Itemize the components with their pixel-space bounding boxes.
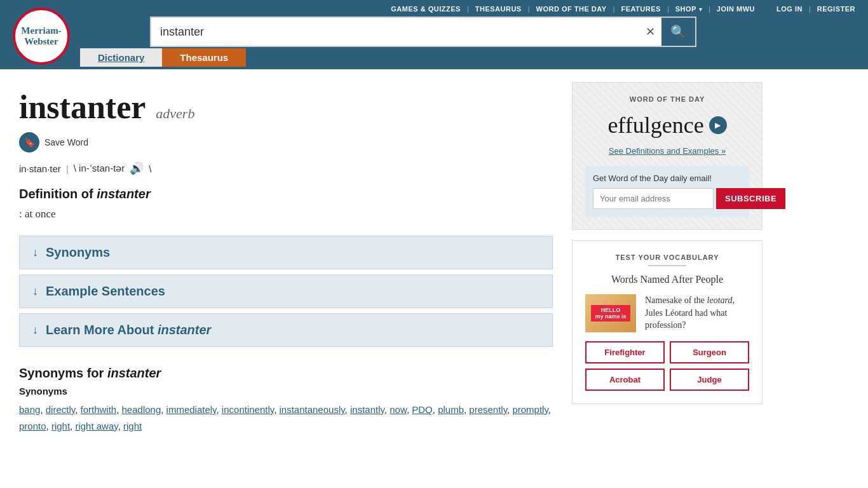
learn-more-collapsible[interactable]: ↓ Learn More About instanter — [19, 313, 553, 347]
nav-wotd[interactable]: WORD OF THE DAY — [536, 5, 607, 13]
synonym-link[interactable]: now — [390, 404, 407, 415]
wotd-subscribe-button[interactable]: SUBSCRIBE — [716, 188, 785, 209]
search-tabs-area: ✕ 🔍 Dictionary Thesaurus — [80, 17, 855, 67]
nav-features[interactable]: FEATURES — [621, 5, 660, 13]
search-clear-button[interactable]: ✕ — [639, 20, 661, 44]
save-word-area: 🔖 Save Word — [19, 132, 553, 152]
syllables: in·stan·ter — [19, 163, 61, 174]
synonyms-list: bang, directly, forthwith, headlong, imm… — [19, 402, 553, 434]
synonym-link[interactable]: headlong — [122, 404, 161, 415]
save-word-button[interactable]: 🔖 — [19, 132, 39, 152]
nav-join[interactable]: JOIN MWU — [717, 5, 755, 13]
synonym-link[interactable]: presently — [469, 404, 507, 415]
word-title: instanter — [19, 88, 146, 126]
wotd-audio-button[interactable]: ▶ — [709, 116, 727, 134]
nav-thesaurus[interactable]: THESAURUS — [475, 5, 522, 13]
word-pos: adverb — [156, 105, 194, 122]
synonym-link[interactable]: bang — [19, 404, 40, 415]
vocab-box: TEST YOUR VOCABULARY Words Named After P… — [572, 240, 763, 404]
vocab-question: Namesake of the leotard, Jules Léotard h… — [645, 294, 749, 332]
synonym-link[interactable]: instantly — [350, 404, 384, 415]
wotd-email-label: Get Word of the Day daily email! — [593, 173, 742, 183]
search-row: ✕ 🔍 — [80, 17, 855, 47]
learn-more-label: Learn More About instanter — [46, 323, 211, 337]
synonym-link[interactable]: promptly — [512, 404, 548, 415]
vocab-underline — [648, 265, 686, 266]
bookmark-icon: 🔖 — [24, 137, 35, 148]
logo-text: Merriam-Webster — [21, 25, 61, 46]
wotd-definitions-link[interactable]: See Definitions and Examples » — [585, 146, 749, 156]
wotd-label: WORD OF THE DAY — [585, 95, 749, 103]
vocab-img-inner: HELLOmy name is — [585, 294, 636, 332]
learn-more-arrow-icon: ↓ — [32, 323, 38, 337]
vocab-subtitle: Words Named After People — [585, 274, 749, 285]
vocab-answer-button[interactable]: Acrobat — [585, 369, 665, 391]
synonym-link[interactable]: instantaneously — [279, 404, 344, 415]
header-top: Merriam-Webster GAMES & QUIZZES | THESAU… — [0, 0, 868, 69]
search-input[interactable] — [151, 19, 639, 45]
synonym-link[interactable]: PDQ — [412, 404, 433, 415]
synonym-separator: , — [161, 404, 166, 415]
synonym-link[interactable]: right — [51, 421, 70, 431]
tab-dictionary[interactable]: Dictionary — [80, 48, 162, 67]
pron-divider: | — [66, 163, 69, 174]
example-sentences-label: Example Sentences — [46, 284, 165, 299]
wotd-word: effulgence — [607, 112, 703, 139]
synonyms-section-heading: Synonyms for instanter — [19, 366, 553, 381]
logo[interactable]: Merriam-Webster — [13, 8, 70, 65]
pronunciation-area: in·stan·ter | \ in-ˈstan-tər 🔊 \ — [19, 161, 553, 175]
nav-sep-1: | — [467, 5, 469, 13]
synonym-link[interactable]: pronto — [19, 421, 46, 431]
search-submit-button[interactable]: 🔍 — [661, 18, 695, 46]
top-nav: GAMES & QUIZZES | THESAURUS | WORD OF TH… — [80, 5, 855, 13]
synonym-link[interactable]: immediately — [166, 404, 217, 415]
synonym-link[interactable]: plumb — [438, 404, 464, 415]
nav-shop[interactable]: SHOP — [675, 5, 696, 13]
synonym-link[interactable]: forthwith — [80, 404, 116, 415]
synonym-separator: , — [407, 404, 412, 415]
pron-backslash: \ — [149, 163, 151, 174]
wotd-email-input[interactable] — [593, 188, 714, 209]
header: Merriam-Webster GAMES & QUIZZES | THESAU… — [0, 0, 868, 69]
synonyms-arrow-icon: ↓ — [32, 246, 38, 259]
speaker-icon: 🔊 — [130, 162, 144, 175]
nav-login[interactable]: LOG IN — [776, 5, 803, 13]
nav-games[interactable]: GAMES & QUIZZES — [391, 5, 461, 13]
search-icon: 🔍 — [670, 25, 686, 39]
definition-heading: Definition of instanter — [19, 187, 553, 201]
synonym-separator: , — [46, 421, 51, 431]
synonym-separator: , — [118, 421, 123, 431]
word-heading: instanter adverb — [19, 88, 553, 126]
definition-word-italic: instanter — [97, 187, 150, 201]
synonyms-collapsible-label: Synonyms — [46, 245, 110, 260]
tab-row: Dictionary Thesaurus — [80, 48, 855, 67]
example-sentences-collapsible[interactable]: ↓ Example Sentences — [19, 274, 553, 308]
synonym-separator: , — [217, 404, 222, 415]
sidebar: WORD OF THE DAY effulgence ▶ See Definit… — [572, 82, 763, 434]
nav-register[interactable]: REGISTER — [817, 5, 855, 13]
synonyms-collapsible[interactable]: ↓ Synonyms — [19, 236, 553, 269]
vocab-answer-button[interactable]: Firefighter — [585, 341, 665, 363]
vocab-answer-button[interactable]: Surgeon — [670, 341, 749, 363]
wotd-speaker-icon: ▶ — [715, 121, 721, 130]
wotd-email-row: SUBSCRIBE — [593, 188, 742, 209]
definition-text: : at once — [19, 208, 553, 220]
audio-button[interactable]: 🔊 — [130, 161, 144, 175]
tab-thesaurus[interactable]: Thesaurus — [162, 48, 246, 67]
nav-shop-area: SHOP ▾ — [675, 5, 702, 13]
synonym-link[interactable]: right away — [75, 421, 118, 431]
synonym-link[interactable]: right — [123, 421, 142, 431]
vocab-answer-button[interactable]: Judge — [670, 369, 749, 391]
synonym-separator: , — [345, 404, 350, 415]
save-word-label: Save Word — [44, 137, 88, 147]
synonym-separator: , — [384, 404, 390, 415]
synonym-separator: , — [548, 404, 551, 415]
vocab-italic-word: leotard — [707, 295, 733, 305]
nav-sep-3: | — [613, 5, 615, 13]
synonyms-section: Synonyms for instanter Synonyms bang, di… — [19, 366, 553, 434]
synonym-separator: , — [116, 404, 121, 415]
synonym-link[interactable]: incontinently — [222, 404, 274, 415]
synonym-link[interactable]: directly — [46, 404, 75, 415]
wotd-email-area: Get Word of the Day daily email! SUBSCRI… — [585, 166, 749, 217]
nav-sep-4: | — [667, 5, 669, 13]
